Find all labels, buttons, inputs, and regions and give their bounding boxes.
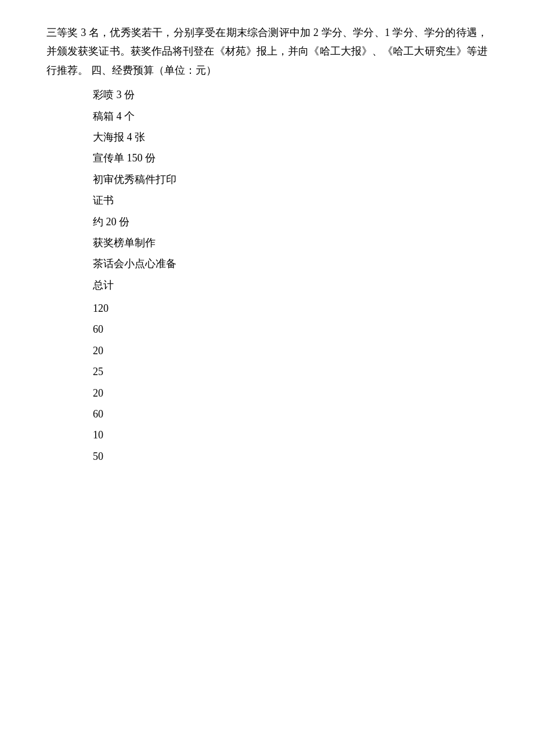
list-item: 证书 bbox=[93, 191, 488, 210]
number-item: 20 bbox=[93, 341, 488, 360]
number-item: 20 bbox=[93, 384, 488, 402]
number-item: 10 bbox=[93, 426, 488, 444]
list-item: 茶话会小点心准备 bbox=[93, 254, 488, 273]
number-item: 60 bbox=[93, 320, 488, 339]
list-item: 初审优秀稿件打印 bbox=[93, 170, 488, 189]
expense-list: 彩喷 3 份稿箱 4 个大海报 4 张宣传单 150 份初审优秀稿件打印证书约 … bbox=[46, 85, 488, 294]
number-item: 25 bbox=[93, 362, 488, 381]
list-item: 约 20 份 bbox=[93, 213, 488, 231]
list-item: 获奖榜单制作 bbox=[93, 233, 488, 252]
list-item: 宣传单 150 份 bbox=[93, 149, 488, 167]
number-item: 60 bbox=[93, 405, 488, 423]
number-item: 50 bbox=[93, 447, 488, 466]
document-content: 三等奖 3 名，优秀奖若干，分别享受在期末综合测评中加 2 学分、学分、1 学分… bbox=[46, 23, 488, 466]
main-paragraph: 三等奖 3 名，优秀奖若干，分别享受在期末综合测评中加 2 学分、学分、1 学分… bbox=[46, 23, 488, 80]
list-item: 总计 bbox=[93, 276, 488, 294]
list-item: 彩喷 3 份 bbox=[93, 85, 488, 104]
list-item: 大海报 4 张 bbox=[93, 128, 488, 146]
number-item: 120 bbox=[93, 299, 488, 318]
numbers-list: 12060202520601050 bbox=[46, 299, 488, 466]
list-item: 稿箱 4 个 bbox=[93, 107, 488, 125]
